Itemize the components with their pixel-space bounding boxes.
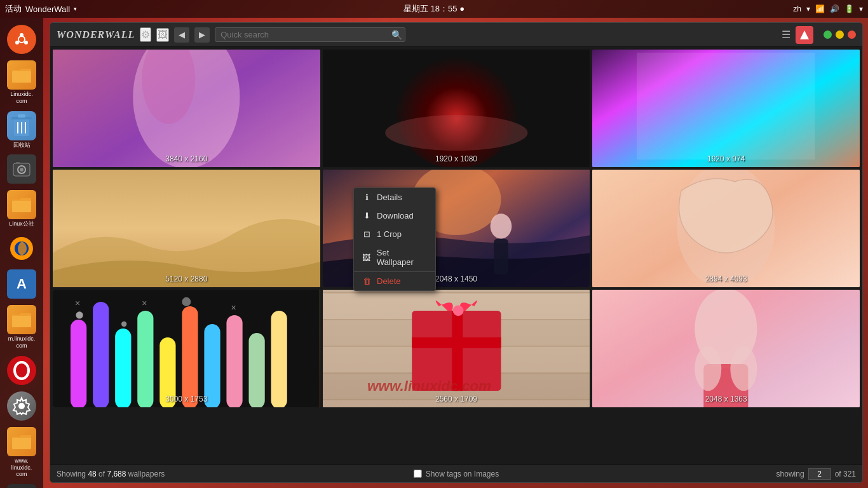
language-selector[interactable]: zh: [793, 4, 801, 13]
list-view-button[interactable]: ☰: [782, 29, 790, 41]
showing-page-label: showing: [776, 470, 804, 478]
ctx-delete[interactable]: 🗑 Delete: [354, 272, 435, 290]
svg-point-14: [20, 168, 24, 172]
dock-item-screenshot[interactable]: [5, 152, 38, 186]
minimize-button[interactable]: [836, 30, 844, 39]
showing-label: Showing: [57, 470, 86, 478]
ctx-details[interactable]: ℹ Details: [354, 188, 435, 207]
window-controls: [824, 30, 856, 39]
datetime-display: 星期五 18：55 ●: [403, 4, 465, 13]
close-button[interactable]: [848, 30, 856, 39]
total-count: 7,688: [107, 470, 126, 478]
dock-label-www: www.linuxidc.com: [11, 458, 32, 478]
status-center: Show tags on Images: [414, 470, 499, 478]
nav-forward-button[interactable]: ▶: [194, 27, 210, 43]
svg-rect-55: [271, 311, 287, 407]
show-tags-label: Show tags on Images: [426, 470, 499, 478]
wallpapers-label: wallpapers: [128, 470, 165, 478]
dock-item-folder-www[interactable]: www.linuxidc.com: [5, 425, 38, 480]
of-total-label: of 321: [835, 470, 856, 478]
dock-item-firefox[interactable]: [5, 232, 38, 265]
nav-back-button[interactable]: ◀: [174, 27, 189, 43]
volume-icon: 🔊: [830, 4, 839, 13]
svg-marker-29: [800, 30, 809, 39]
image-cell-9[interactable]: 2048 x 1363: [592, 290, 860, 407]
svg-rect-53: [226, 315, 242, 407]
ctx-crop[interactable]: ⊡ 1 Crop: [354, 225, 435, 243]
image-dims-6: 2894 x 4093: [705, 274, 747, 283]
dock-item-recycle[interactable]: 回收站: [5, 109, 38, 151]
details-icon: ℹ: [362, 193, 372, 202]
svg-point-77: [695, 346, 722, 391]
show-tags-checkbox[interactable]: [414, 470, 422, 478]
svg-point-78: [731, 346, 757, 391]
dock-item-ubuntu[interactable]: [5, 23, 38, 56]
of-label: of: [98, 470, 105, 478]
lang-arrow[interactable]: ▾: [806, 4, 810, 13]
svg-rect-5: [12, 71, 31, 83]
app-titlebar: WonderWall ⚙ 🖼 ◀ ▶ 🔍 ☰: [50, 23, 862, 47]
image-dims-1: 3840 x 2160: [165, 154, 207, 163]
dock-item-folder-linux[interactable]: Linux公社: [5, 188, 38, 229]
status-right: showing of 321: [776, 468, 856, 480]
screenshot-icon: [7, 154, 36, 184]
dock-label-linux: Linux公社: [9, 220, 34, 227]
image-cell-6[interactable]: 2894 x 4093: [592, 170, 860, 287]
dock-item-settings[interactable]: [5, 390, 38, 423]
ctx-crop-label: 1 Crop: [377, 229, 402, 239]
terminal-icon: $_: [7, 484, 36, 488]
writer-icon: A: [7, 269, 36, 299]
opera-icon: [7, 356, 36, 385]
image-thumbnail-2: [323, 50, 590, 167]
dock-item-opera[interactable]: [5, 354, 38, 387]
system-settings-icon[interactable]: ▾: [859, 4, 863, 13]
image-thumbnail-1: [53, 50, 320, 167]
settings-button[interactable]: ⚙: [140, 27, 151, 42]
image-thumbnail-6: [592, 170, 860, 287]
svg-point-72: [452, 305, 463, 316]
wallpaper-icon: 🖼: [362, 253, 372, 262]
svg-rect-48: [115, 329, 131, 407]
svg-rect-37: [637, 53, 815, 159]
dock-item-font[interactable]: A: [5, 268, 38, 301]
dock-item-terminal[interactable]: $_: [5, 482, 38, 488]
image-cell-8[interactable]: www.linuxidc.com 2560 x 1709: [323, 290, 590, 407]
search-input[interactable]: [215, 27, 405, 42]
svg-point-35: [385, 115, 527, 151]
svg-rect-51: [182, 306, 198, 407]
app-window: WonderWall ⚙ 🖼 ◀ ▶ 🔍 ☰: [50, 22, 863, 483]
search-container: 🔍: [215, 27, 405, 42]
image-grid-container[interactable]: 3840 x 2160 1920 x 1080: [50, 47, 862, 464]
download-icon: ⬇: [362, 211, 372, 220]
svg-rect-19: [12, 316, 31, 327]
page-number-input[interactable]: [808, 468, 831, 480]
image-cell-1[interactable]: 3840 x 2160: [53, 50, 320, 167]
gallery-button[interactable]: 🖼: [156, 28, 169, 42]
image-cell-3[interactable]: 1920 x 974: [592, 50, 860, 167]
svg-rect-46: [71, 320, 86, 407]
maximize-button[interactable]: [824, 30, 832, 39]
dock-item-folder-linuxidc[interactable]: Linuxidc.com: [5, 58, 38, 107]
search-icon[interactable]: 🔍: [391, 30, 402, 40]
svg-rect-16: [12, 201, 31, 212]
top-panel: 活动 WonderWall ▾ 星期五 18：55 ● zh ▾ 📶 🔊 🔋 ▾: [0, 0, 868, 18]
folder-icon-3: [7, 305, 36, 334]
svg-point-21: [18, 403, 25, 409]
ctx-set-wallpaper[interactable]: 🖼 Set Wallpaper: [354, 243, 435, 271]
app-menu-arrow[interactable]: ▾: [74, 6, 77, 12]
brand-logo-button[interactable]: [796, 26, 813, 44]
activities-button[interactable]: 活动: [5, 3, 22, 15]
ctx-download[interactable]: ⬇ Download: [354, 207, 435, 225]
active-app-name: WonderWall: [25, 4, 70, 14]
image-thumbnail-4: [53, 170, 320, 287]
image-cell-7[interactable]: × × × 3000 x 1753: [53, 290, 320, 407]
svg-rect-22: [12, 438, 31, 449]
dock-item-folder-m[interactable]: m.linuxidc.com: [5, 303, 38, 351]
image-cell-4[interactable]: 5120 x 2880: [53, 170, 320, 287]
svg-point-20: [15, 362, 29, 379]
ctx-delete-label: Delete: [377, 276, 401, 286]
image-cell-2[interactable]: 1920 x 1080: [323, 50, 590, 167]
wifi-icon: 📶: [815, 4, 825, 13]
image-dims-4: 5120 x 2880: [165, 274, 207, 283]
svg-point-56: [76, 311, 83, 318]
